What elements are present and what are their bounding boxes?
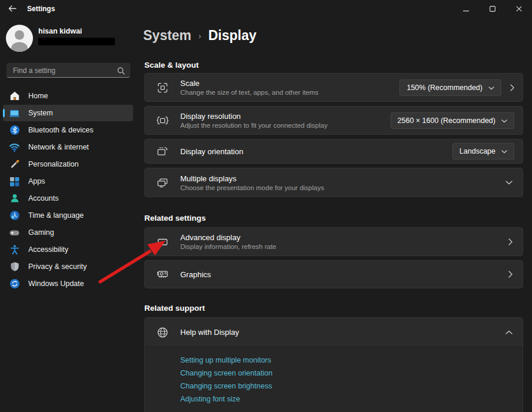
help-links-panel: Setting up multiple monitors Changing sc… xyxy=(145,347,523,412)
support-link-multiple-monitors[interactable]: Setting up multiple monitors xyxy=(180,354,523,367)
maximize-button[interactable] xyxy=(479,0,505,18)
help-expander: Help with Display Setting up multiple mo… xyxy=(144,317,523,412)
sidebar-item-label: Windows Update xyxy=(28,280,84,288)
section-header-scale-layout: Scale & layout xyxy=(144,61,532,69)
gaming-icon xyxy=(9,227,20,238)
advanced-display-text: Advanced display Display information, re… xyxy=(180,233,508,250)
close-button[interactable] xyxy=(505,0,532,18)
window-controls xyxy=(452,0,532,18)
sidebar-item-label: Home xyxy=(28,92,48,100)
multiple-displays-subtitle: Choose the presentation mode for your di… xyxy=(180,184,505,191)
support-link-screen-orientation[interactable]: Changing screen orientation xyxy=(180,367,523,380)
sidebar: hisan kidwai Home System Bluetooth & xyxy=(0,18,137,412)
multiple-displays-title: Multiple displays xyxy=(180,174,505,183)
sidebar-item-label: Accounts xyxy=(28,194,58,202)
advanced-display-title: Advanced display xyxy=(180,233,508,242)
time-language-icon xyxy=(9,210,20,221)
app-title: Settings xyxy=(27,5,55,13)
display-resolution-title: Display resolution xyxy=(180,112,391,121)
sidebar-nav: Home System Bluetooth & devices Network … xyxy=(0,88,137,292)
maximize-icon xyxy=(490,4,495,14)
breadcrumb-separator: › xyxy=(199,27,201,45)
help-globe-icon xyxy=(156,326,170,339)
scale-dropdown-value: 150% (Recommended) xyxy=(407,84,483,92)
chevron-down-icon xyxy=(501,117,507,125)
display-resolution-subtitle: Adjust the resolution to fit your connec… xyxy=(180,122,391,129)
sidebar-item-privacy-security[interactable]: Privacy & security xyxy=(3,258,133,275)
sidebar-item-system[interactable]: System xyxy=(3,105,133,121)
help-with-display-row[interactable]: Help with Display xyxy=(145,318,523,347)
sidebar-item-accessibility[interactable]: Accessibility xyxy=(3,241,133,258)
chevron-up-icon xyxy=(505,330,513,334)
sidebar-item-bluetooth-devices[interactable]: Bluetooth & devices xyxy=(3,122,133,138)
sidebar-item-windows-update[interactable]: Windows Update xyxy=(3,275,133,292)
back-button[interactable] xyxy=(4,1,21,16)
sidebar-item-personalization[interactable]: Personalization xyxy=(3,156,133,172)
sidebar-item-label: Apps xyxy=(28,177,45,185)
titlebar: Settings xyxy=(0,0,532,18)
graphics-text: Graphics xyxy=(180,270,508,279)
multiple-displays-row[interactable]: Multiple displays Choose the presentatio… xyxy=(144,168,523,197)
page-title: Display xyxy=(209,26,257,44)
search-box xyxy=(6,63,130,78)
scale-row[interactable]: Scale Change the size of text, apps, and… xyxy=(144,73,523,102)
display-resolution-row: Display resolution Adjust the resolution… xyxy=(144,106,523,135)
minimize-icon xyxy=(463,4,469,14)
avatar xyxy=(6,25,33,52)
main-content: System › Display Scale & layout Scale Ch… xyxy=(143,18,532,412)
chevron-down-icon xyxy=(505,181,513,185)
display-resolution-dropdown[interactable]: 2560 × 1600 (Recommended) xyxy=(391,112,514,129)
scale-subtitle: Change the size of text, apps, and other… xyxy=(180,89,399,96)
redacted-email xyxy=(38,38,115,45)
scale-dropdown[interactable]: 150% (Recommended) xyxy=(399,79,501,96)
advanced-display-subtitle: Display information, refresh rate xyxy=(180,243,508,250)
graphics-title: Graphics xyxy=(180,270,508,279)
display-orientation-title: Display orientation xyxy=(180,147,452,156)
sidebar-item-label: Personalization xyxy=(28,160,78,168)
sidebar-item-label: Gaming xyxy=(28,228,54,237)
graphics-row[interactable]: Graphics xyxy=(144,260,523,288)
minimize-button[interactable] xyxy=(452,0,479,18)
section-header-related-support: Related support xyxy=(144,304,532,313)
display-orientation-dropdown[interactable]: Landscape xyxy=(452,143,514,160)
sidebar-item-accounts[interactable]: Accounts xyxy=(3,190,133,207)
sidebar-item-gaming[interactable]: Gaming xyxy=(3,224,133,241)
home-icon xyxy=(9,91,20,102)
sidebar-item-network-internet[interactable]: Network & internet xyxy=(3,139,133,155)
sidebar-item-label: Privacy & security xyxy=(28,263,87,271)
sidebar-item-apps[interactable]: Apps xyxy=(3,173,133,190)
breadcrumb-parent[interactable]: System xyxy=(143,26,191,44)
search-input[interactable] xyxy=(7,64,130,77)
support-link-font-size[interactable]: Adjusting font size xyxy=(180,393,523,406)
multiple-displays-text: Multiple displays Choose the presentatio… xyxy=(180,174,505,191)
support-link-screen-brightness[interactable]: Changing screen brightness xyxy=(180,380,523,393)
sidebar-item-label: Accessibility xyxy=(28,245,68,254)
display-orientation-row: Display orientation Landscape xyxy=(144,139,523,164)
sidebar-item-home[interactable]: Home xyxy=(3,88,133,104)
back-arrow-icon xyxy=(8,4,16,14)
chevron-right-icon xyxy=(508,238,513,245)
breadcrumb: System › Display xyxy=(143,26,532,45)
bluetooth-icon xyxy=(9,125,20,136)
chevron-right-icon xyxy=(510,84,514,91)
system-icon xyxy=(9,108,20,119)
section-header-related-settings: Related settings xyxy=(144,214,532,222)
advanced-display-icon xyxy=(156,235,170,248)
accessibility-icon xyxy=(9,244,20,255)
help-with-display-title: Help with Display xyxy=(180,328,505,337)
user-name: hisan kidwai xyxy=(38,27,115,35)
orientation-icon xyxy=(156,145,170,158)
chevron-down-icon xyxy=(488,84,494,92)
search-icon[interactable] xyxy=(117,67,125,77)
sidebar-item-time-language[interactable]: Time & language xyxy=(3,207,133,224)
sidebar-item-label: System xyxy=(28,109,53,117)
display-resolution-text: Display resolution Adjust the resolution… xyxy=(180,112,391,129)
resolution-icon xyxy=(156,114,170,127)
close-icon xyxy=(516,4,522,14)
scale-text: Scale Change the size of text, apps, and… xyxy=(180,79,399,96)
personalization-icon xyxy=(9,159,20,170)
display-orientation-text: Display orientation xyxy=(180,147,452,156)
chevron-right-icon xyxy=(508,271,513,278)
display-resolution-dropdown-value: 2560 × 1600 (Recommended) xyxy=(398,117,495,125)
advanced-display-row[interactable]: Advanced display Display information, re… xyxy=(144,227,523,256)
